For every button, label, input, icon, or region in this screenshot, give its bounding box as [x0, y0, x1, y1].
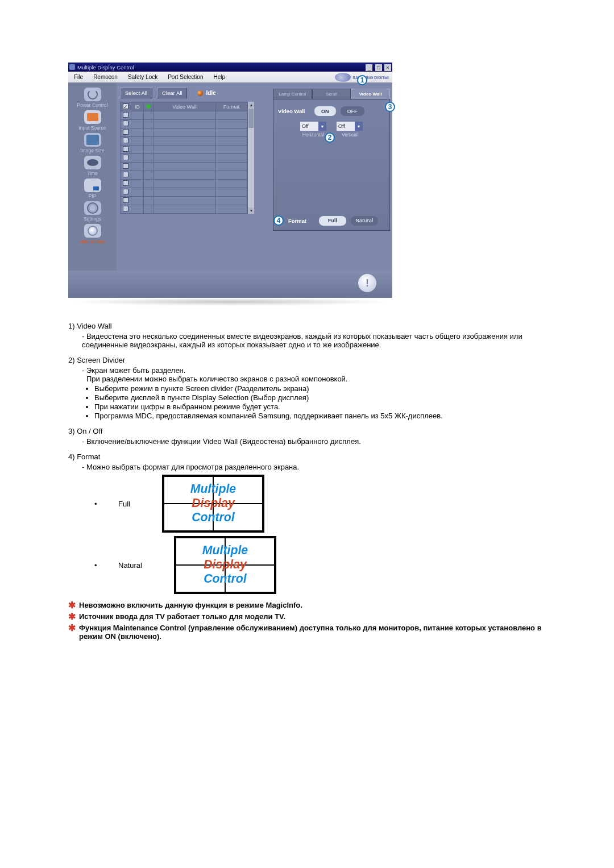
- settings-icon: [84, 201, 101, 215]
- star-icon: ✱: [68, 601, 76, 610]
- select-all-button[interactable]: Select All: [120, 88, 152, 98]
- right-panel: Lamp Control Scroll Video Wall 1 Video W…: [273, 88, 390, 231]
- sidebar-item-settings[interactable]: Settings: [72, 201, 113, 222]
- sidebar-item-pip[interactable]: PIP: [72, 178, 113, 199]
- status-label: Idle: [206, 90, 215, 96]
- row-checkbox[interactable]: [123, 197, 128, 203]
- item2-head: 2) Screen Divider: [68, 356, 549, 364]
- header-checkbox[interactable]: [123, 103, 128, 109]
- app-window: Multiple Display Control _ □ × File Remo…: [68, 63, 392, 298]
- row-checkbox[interactable]: [123, 138, 128, 143]
- menu-remocon[interactable]: Remocon: [93, 74, 118, 80]
- maintenance-icon: [84, 224, 101, 238]
- callout-1: 1: [357, 75, 367, 85]
- col-header-power-icon: [146, 104, 151, 109]
- star-icon: ✱: [68, 612, 76, 621]
- footer-strip: [68, 271, 392, 298]
- row-checkbox[interactable]: [123, 112, 128, 118]
- note-1: Невозможно включить данную функция в реж…: [79, 601, 302, 610]
- sidebar-item-imagesize[interactable]: Image Size: [72, 133, 113, 153]
- format-label: Format: [288, 218, 314, 224]
- note-2: Источник ввода для TV работает только дл…: [79, 612, 285, 621]
- clear-all-button[interactable]: Clear All: [157, 88, 187, 98]
- table-row[interactable]: [121, 171, 247, 180]
- col-header-id[interactable]: ID: [131, 102, 144, 111]
- image-size-icon: [84, 133, 101, 147]
- row-checkbox[interactable]: [123, 129, 128, 135]
- title-bar: Multiple Display Control _ □ ×: [68, 63, 392, 72]
- close-button[interactable]: ×: [384, 64, 391, 71]
- window-controls: _ □ ×: [365, 63, 391, 71]
- menu-port[interactable]: Port Selection: [168, 74, 203, 80]
- note-3: Функция Maintenance Control (управление …: [79, 624, 549, 641]
- scroll-thumb[interactable]: [248, 109, 254, 128]
- status-led-icon: [197, 90, 203, 96]
- format-full-button[interactable]: Full: [319, 216, 346, 226]
- callout-2: 2: [325, 132, 335, 143]
- menu-safety[interactable]: Safety Lock: [128, 74, 157, 80]
- alert-icon: [358, 274, 376, 292]
- maximize-button[interactable]: □: [375, 64, 382, 71]
- table-row[interactable]: [121, 205, 247, 214]
- power-icon: [84, 88, 101, 101]
- format-natural-button[interactable]: Natural: [351, 216, 378, 226]
- table-row[interactable]: [121, 197, 247, 205]
- sidebar-item-input[interactable]: Input Source: [72, 110, 113, 131]
- table-row[interactable]: [121, 188, 247, 197]
- menu-file[interactable]: File: [74, 74, 83, 80]
- horizontal-dropdown[interactable]: Off ▾: [300, 122, 326, 131]
- row-checkbox[interactable]: [123, 155, 128, 160]
- scroll-down-icon[interactable]: ▾: [248, 207, 254, 214]
- scroll-up-icon[interactable]: ▴: [248, 102, 254, 108]
- input-icon: [84, 110, 101, 124]
- table-row[interactable]: [121, 154, 247, 163]
- table-row[interactable]: [121, 180, 247, 188]
- row-checkbox[interactable]: [123, 206, 128, 211]
- table-row[interactable]: [121, 137, 247, 146]
- row-checkbox[interactable]: [123, 146, 128, 152]
- table-row[interactable]: [121, 146, 247, 154]
- sidebar-item-power[interactable]: Power Control: [72, 88, 113, 108]
- tab-scroll[interactable]: Scroll: [312, 89, 351, 99]
- vw-on-button[interactable]: ON: [314, 106, 336, 116]
- row-checkbox[interactable]: [123, 180, 128, 186]
- time-icon: [84, 156, 101, 169]
- row-checkbox[interactable]: [123, 189, 128, 194]
- sidebar-item-time[interactable]: Time: [72, 156, 113, 176]
- app-title: Multiple Display Control: [77, 64, 134, 70]
- figure-natural: Multiple Display Control: [174, 536, 276, 594]
- col-header-format[interactable]: Format: [216, 102, 247, 111]
- vw-off-button[interactable]: OFF: [341, 106, 364, 116]
- row-checkbox[interactable]: [123, 121, 128, 126]
- chevron-down-icon: ▾: [355, 122, 363, 131]
- vw-label: Video Wall: [278, 108, 310, 114]
- sidebar: Power Control Input Source Image Size Ti…: [68, 83, 117, 271]
- minimize-button[interactable]: _: [366, 64, 372, 71]
- table-row[interactable]: [121, 163, 247, 171]
- figure-label-full: Full: [118, 500, 130, 508]
- item1-head: 1) Video Wall: [68, 322, 549, 330]
- item1-line: - Видеостена это несколько соединенных в…: [82, 332, 549, 349]
- app-icon: [69, 64, 75, 70]
- menu-help[interactable]: Help: [213, 74, 225, 80]
- list-scrollbar[interactable]: ▴ ▾: [247, 102, 254, 214]
- table-row[interactable]: [121, 128, 247, 137]
- row-checkbox[interactable]: [123, 163, 128, 169]
- table-row[interactable]: [121, 111, 247, 120]
- figure-label-natural: Natural: [118, 561, 142, 570]
- brand-swirl-icon: [335, 73, 351, 82]
- row-checkbox[interactable]: [123, 172, 128, 177]
- callout-4: 4: [273, 215, 284, 226]
- tab-videowall[interactable]: Video Wall: [351, 89, 390, 99]
- document-section: 1) Video Wall - Видеостена это несколько…: [68, 322, 549, 641]
- callout-3: 3: [385, 102, 395, 112]
- tab-lamp[interactable]: Lamp Control: [273, 89, 312, 99]
- item4-head: 4) Format: [68, 452, 549, 461]
- sidebar-item-maintenance[interactable]: Maintenance: [72, 224, 113, 244]
- col-header-videowall[interactable]: Video Wall: [154, 102, 216, 111]
- vertical-dropdown[interactable]: Off ▾: [337, 122, 363, 131]
- menu-bar: File Remocon Safety Lock Port Selection …: [68, 72, 392, 83]
- table-row[interactable]: [121, 120, 247, 128]
- app-shadow: [68, 298, 392, 306]
- figure-full: Multiple Display Control: [162, 475, 264, 533]
